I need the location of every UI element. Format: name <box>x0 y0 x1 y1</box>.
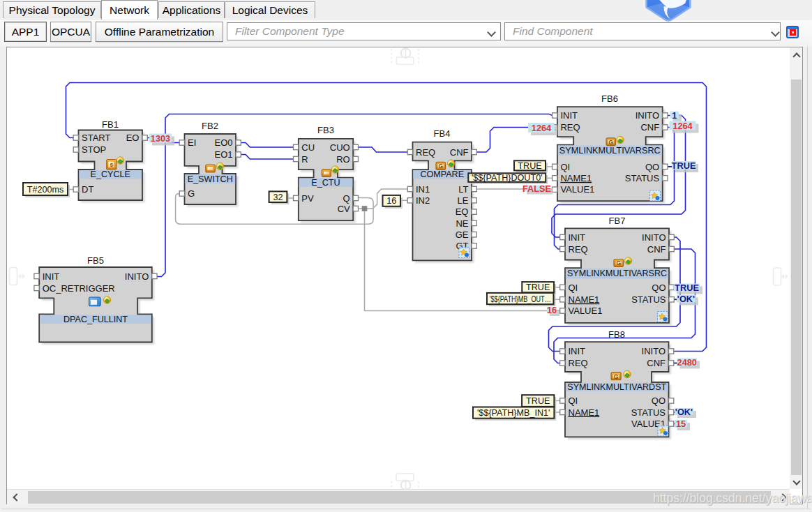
svg-text:1264: 1264 <box>532 123 552 133</box>
svg-text:T#200ms: T#200ms <box>27 185 64 195</box>
svg-text:G: G <box>608 139 613 146</box>
svg-text:TRUE: TRUE <box>518 161 541 171</box>
svg-text:16: 16 <box>386 196 396 206</box>
svg-text:SYMLINKMULTIVARSRC: SYMLINKMULTIVARSRC <box>567 269 667 278</box>
svg-text:QI: QI <box>569 396 578 406</box>
svg-text:FB5: FB5 <box>87 255 104 266</box>
svg-text:1303: 1303 <box>151 133 170 144</box>
svg-text:FALSE: FALSE <box>522 183 552 194</box>
svg-text:'$${PATH}DOUT0': '$${PATH}DOUT0' <box>472 173 543 183</box>
svg-text:EO: EO <box>126 133 140 143</box>
svg-text:SYMLINKMULTIVARDST: SYMLINKMULTIVARDST <box>567 382 667 392</box>
svg-text:CNF: CNF <box>647 244 666 255</box>
svg-text:FB1: FB1 <box>102 119 119 130</box>
svg-text:EO0: EO0 <box>214 137 232 148</box>
svg-text:FB3: FB3 <box>317 125 334 135</box>
svg-text:E_SWITCH: E_SWITCH <box>188 174 233 184</box>
svg-text:FB7: FB7 <box>609 216 626 226</box>
svg-text:INIT: INIT <box>43 271 60 282</box>
svg-text:CU: CU <box>301 142 315 153</box>
svg-text:REQ: REQ <box>569 244 588 255</box>
svg-text:G: G <box>614 373 619 380</box>
svg-text:32: 32 <box>273 193 283 202</box>
svg-text:'$${PATH}MB_IN1': '$${PATH}MB_IN1' <box>477 408 550 418</box>
svg-text:Q: Q <box>343 193 350 204</box>
svg-text:CUO: CUO <box>330 142 350 153</box>
svg-text:START: START <box>82 133 110 143</box>
svg-text:INITO: INITO <box>125 271 149 282</box>
svg-text:NAME1: NAME1 <box>569 294 600 305</box>
svg-text:R: R <box>301 154 308 165</box>
svg-text:1: 1 <box>672 110 677 121</box>
svg-text:CV: CV <box>338 204 350 214</box>
svg-text:CNF: CNF <box>640 122 659 133</box>
svg-text:REQ: REQ <box>560 122 580 133</box>
svg-text:INITO: INITO <box>642 346 666 356</box>
svg-text:QO: QO <box>645 162 659 172</box>
svg-text:OC_RETRIGGER: OC_RETRIGGER <box>43 283 115 294</box>
svg-text:FB6: FB6 <box>601 93 618 104</box>
svg-text:PV: PV <box>301 193 314 204</box>
svg-text:GE: GE <box>456 229 469 240</box>
svg-text:DT: DT <box>82 184 93 195</box>
svg-text:INITO: INITO <box>642 232 666 243</box>
svg-text:EI: EI <box>188 137 196 148</box>
svg-text:QO: QO <box>652 396 666 406</box>
svg-text:DPAC_FULLINT: DPAC_FULLINT <box>63 315 128 324</box>
svg-text:SYMLINKMULTIVARSRC: SYMLINKMULTIVARSRC <box>559 146 661 156</box>
svg-text:IN1: IN1 <box>416 184 430 195</box>
svg-text:INIT: INIT <box>569 232 586 243</box>
svg-text:CNF: CNF <box>450 147 469 158</box>
svg-text:'$${PATH}MB_OUT…: '$${PATH}MB_OUT… <box>490 294 551 304</box>
svg-text:VALUE1: VALUE1 <box>560 184 594 195</box>
svg-text:COMPARE: COMPARE <box>420 170 464 179</box>
svg-text:'OK': 'OK' <box>675 407 693 417</box>
svg-text:'OK': 'OK' <box>677 294 695 304</box>
svg-text:INIT: INIT <box>569 346 586 356</box>
svg-text:s: s <box>110 161 113 168</box>
svg-text:G: G <box>188 188 195 199</box>
svg-text:TRUE: TRUE <box>526 396 550 406</box>
svg-text:TRUE: TRUE <box>675 283 699 293</box>
svg-text:FB2: FB2 <box>202 121 218 131</box>
svg-text:E_CTU: E_CTU <box>311 178 340 188</box>
svg-text:EQ: EQ <box>456 206 469 217</box>
svg-text:LT: LT <box>458 184 468 195</box>
svg-text:NE: NE <box>456 218 468 229</box>
svg-text:IN2: IN2 <box>416 195 430 206</box>
svg-text:NAME1: NAME1 <box>569 407 600 418</box>
svg-text:QI: QI <box>560 162 570 172</box>
svg-text:1264: 1264 <box>672 121 693 131</box>
svg-text:INITO: INITO <box>636 110 659 121</box>
svg-text:FB8: FB8 <box>608 329 625 340</box>
svg-text:VALUE1: VALUE1 <box>569 306 603 316</box>
svg-text:REQ: REQ <box>416 147 435 158</box>
svg-text:LE: LE <box>458 195 469 206</box>
svg-text:G: G <box>438 163 443 170</box>
svg-text:16: 16 <box>547 305 557 315</box>
svg-text:QI: QI <box>569 283 578 293</box>
svg-text:E_CYCLE: E_CYCLE <box>91 170 130 179</box>
svg-text:CNF: CNF <box>647 358 666 368</box>
svg-text:15: 15 <box>676 419 686 429</box>
svg-text:STOP: STOP <box>82 144 106 155</box>
svg-text:NAME1: NAME1 <box>560 173 592 183</box>
svg-text:STATUS: STATUS <box>625 173 660 183</box>
svg-text:REQ: REQ <box>569 358 588 368</box>
svg-text:RO: RO <box>336 154 350 165</box>
svg-text:TRUE: TRUE <box>526 283 550 292</box>
svg-text:EO1: EO1 <box>214 149 232 160</box>
svg-text:INIT: INIT <box>560 110 578 121</box>
svg-text:STATUS: STATUS <box>631 407 666 418</box>
svg-text:TRUE: TRUE <box>672 160 696 171</box>
svg-text:2480: 2480 <box>677 357 697 368</box>
svg-text:FB4: FB4 <box>434 128 451 139</box>
svg-text:STATUS: STATUS <box>631 294 666 305</box>
svg-text:QO: QO <box>652 283 666 293</box>
svg-text:G: G <box>616 259 621 266</box>
